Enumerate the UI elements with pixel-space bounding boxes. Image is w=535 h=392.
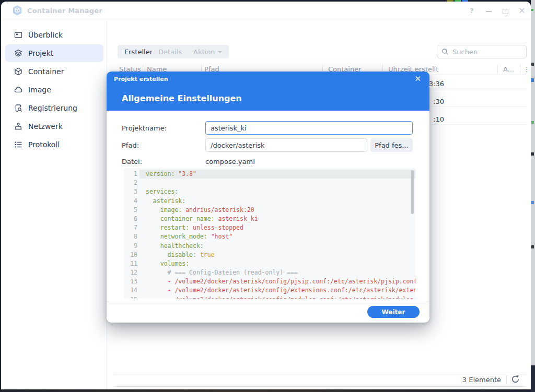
path-input[interactable] xyxy=(205,138,367,152)
minimize-button[interactable] xyxy=(483,6,494,16)
set-path-button[interactable]: Pfad fes... xyxy=(370,138,413,152)
code-line[interactable]: 2 xyxy=(124,179,415,187)
background-speck xyxy=(447,0,453,2)
sidebar-item-registrierung[interactable]: Registrierung xyxy=(5,99,103,117)
minimize-icon xyxy=(486,11,492,12)
partial-row-created: :30 xyxy=(433,98,444,105)
image-cloud-icon xyxy=(14,86,22,94)
column-divider xyxy=(520,65,520,74)
project-layers-icon xyxy=(14,49,22,57)
network-icon xyxy=(14,122,22,130)
code-line-text: - /volume2/docker/asterisk/config/extens… xyxy=(139,286,415,295)
sidebar-item-label: Protokoll xyxy=(28,140,60,149)
line-number: 3 xyxy=(124,187,139,196)
code-line-text: disable: true xyxy=(139,251,415,259)
code-line[interactable]: 9 healthcheck: xyxy=(124,242,415,251)
code-line-text: image: andrius/asterisk:20 xyxy=(139,206,415,215)
code-line[interactable]: 15 - /volume2/docker/asterisk/config/mod… xyxy=(124,295,415,299)
sidebar-item-projekt[interactable]: Projekt xyxy=(5,44,103,62)
line-number: 7 xyxy=(124,223,139,232)
code-line[interactable]: 12 # === Config-Dateien (read-only) === xyxy=(124,268,415,277)
partial-row-created: :10 xyxy=(433,115,444,123)
refresh-button[interactable] xyxy=(511,375,520,384)
dialog-header: Projekt erstellen ✕ Allgemeine Einstellu… xyxy=(107,72,429,111)
code-line[interactable]: 8 network_mode: "host" xyxy=(124,232,415,241)
code-line[interactable]: 3services: xyxy=(124,187,415,196)
code-line-text: container_name: asterisk_ki xyxy=(139,215,415,223)
line-number: 12 xyxy=(124,268,139,277)
line-number: 14 xyxy=(124,286,139,295)
line-number: 10 xyxy=(124,251,139,259)
code-line-text: # === Config-Dateien (read-only) === xyxy=(139,268,415,277)
file-value: compose.yaml xyxy=(205,158,255,165)
action-label: Aktion xyxy=(193,48,215,56)
code-line[interactable]: 14 - /volume2/docker/asterisk/config/ext… xyxy=(124,286,415,295)
line-number: 15 xyxy=(124,295,139,299)
action-dropdown-button[interactable]: Aktion xyxy=(187,45,229,58)
file-label: Datei: xyxy=(122,158,142,165)
line-number: 13 xyxy=(124,277,139,286)
overview-icon xyxy=(14,31,22,39)
line-number: 2 xyxy=(124,179,139,187)
sidebar-item-label: Container xyxy=(28,67,64,76)
code-line[interactable]: 13 - /volume2/docker/asterisk/config/pjs… xyxy=(124,277,415,286)
sidebar: Überblick Projekt Container Image xyxy=(1,20,107,389)
background-speck xyxy=(462,0,468,2)
sidebar-item-netzwerk[interactable]: Netzwerk xyxy=(5,117,103,135)
next-button[interactable]: Weiter xyxy=(367,306,420,318)
maximize-button[interactable] xyxy=(499,6,511,16)
code-line-text: services: xyxy=(139,187,415,196)
code-line[interactable]: 11 volumes: xyxy=(124,259,415,268)
app-title: Container Manager xyxy=(27,7,102,15)
code-line-text: restart: unless-stopped xyxy=(139,223,415,232)
search-box[interactable] xyxy=(437,45,527,58)
line-number: 4 xyxy=(124,197,139,206)
details-button[interactable]: Details xyxy=(152,45,189,58)
code-line-text xyxy=(139,179,415,187)
sidebar-item-container[interactable]: Container xyxy=(5,63,103,80)
background-strip xyxy=(531,0,535,392)
code-line-text: volumes: xyxy=(139,259,415,268)
code-line[interactable]: 10 disable: true xyxy=(124,251,415,259)
code-line[interactable]: 1version: "3.8" xyxy=(124,170,415,179)
refresh-icon xyxy=(511,375,520,384)
column-divider xyxy=(497,65,498,74)
line-number: 8 xyxy=(124,232,139,241)
dialog-close-button[interactable]: ✕ xyxy=(414,74,421,84)
dialog-footer-divider xyxy=(107,302,429,302)
sidebar-item-image[interactable]: Image xyxy=(5,81,103,99)
path-label: Pfad: xyxy=(122,141,139,149)
sidebar-item-label: Überblick xyxy=(28,31,63,39)
search-icon xyxy=(441,48,449,55)
editor-scrollbar[interactable] xyxy=(411,170,414,214)
code-line-text: - /volume2/docker/asterisk/config/module… xyxy=(139,295,415,299)
registry-search-icon xyxy=(14,104,22,112)
code-line-text: asterisk: xyxy=(139,197,415,206)
sidebar-item-protokoll[interactable]: Protokoll xyxy=(5,136,103,153)
code-line[interactable]: 7 restart: unless-stopped xyxy=(124,223,415,232)
footer-bottom-border xyxy=(113,386,526,387)
item-count: 3 Elemente xyxy=(462,376,501,384)
sidebar-item-label: Netzwerk xyxy=(28,122,63,130)
line-number: 6 xyxy=(124,215,139,223)
column-menu-icon[interactable]: ⋮ xyxy=(523,65,530,73)
compose-yaml-editor[interactable]: 1version: "3.8"23services:4 asterisk:5 i… xyxy=(124,168,415,299)
screen: Container Manager ? ✕ Überblick Projekt xyxy=(0,0,535,392)
dialog-heading: Allgemeine Einstellungen xyxy=(122,93,242,103)
code-editor-lines: 1version: "3.8"23services:4 asterisk:5 i… xyxy=(124,170,415,299)
col-aktion-truncated[interactable]: A... xyxy=(503,65,514,73)
window-close-button[interactable]: ✕ xyxy=(516,6,528,16)
sidebar-item-ueberblick[interactable]: Überblick xyxy=(5,26,103,44)
search-input[interactable] xyxy=(452,48,515,56)
footer-divider xyxy=(506,375,507,384)
code-line[interactable]: 4 asterisk: xyxy=(124,197,415,206)
sidebar-item-label: Registrierung xyxy=(28,104,77,112)
code-line[interactable]: 6 container_name: asterisk_ki xyxy=(124,215,415,223)
code-line[interactable]: 5 image: andrius/asterisk:20 xyxy=(124,206,415,215)
project-name-input[interactable] xyxy=(205,121,413,135)
create-project-dialog: Projekt erstellen ✕ Allgemeine Einstellu… xyxy=(107,72,429,323)
line-number: 1 xyxy=(124,170,139,179)
line-number: 11 xyxy=(124,259,139,268)
help-button[interactable]: ? xyxy=(466,6,478,16)
chevron-down-icon xyxy=(218,51,222,53)
